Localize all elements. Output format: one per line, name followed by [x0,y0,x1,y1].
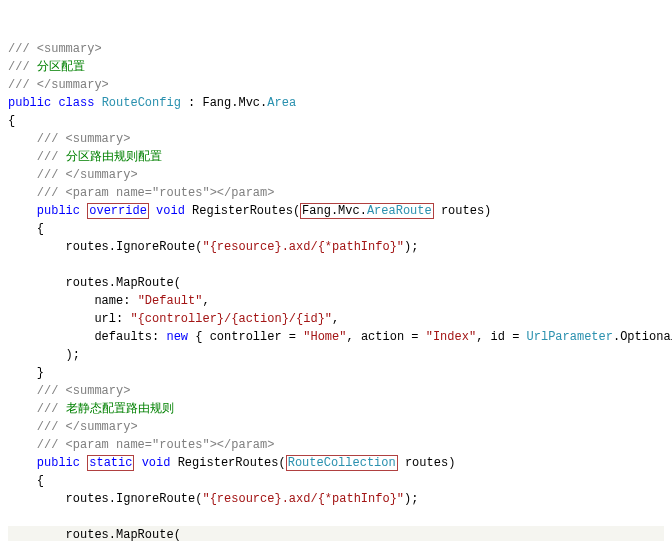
xml-doc-text: 分区配置 [37,60,85,74]
xml-doc: /// <summary> [8,132,130,146]
code-line: ); [8,348,80,362]
code-line: /// <summary> [8,384,130,398]
string: "{resource}.axd/{*pathInfo}" [202,240,404,254]
xml-doc: /// [8,60,37,74]
xml-doc: /// </summary> [8,420,138,434]
code-line: /// </summary> [8,420,138,434]
xml-doc: /// <summary> [8,42,102,56]
keyword-highlighted: static [87,455,134,471]
code-line: { [8,474,44,488]
code-line: } [8,366,44,380]
type-name: Area [267,96,296,110]
xml-doc: /// <summary> [8,384,130,398]
code-line: /// 老静态配置路由规则 [8,402,174,416]
code-line: /// <param name="routes"></param> [8,186,274,200]
string: "{resource}.axd/{*pathInfo}" [202,492,404,506]
string: "Index" [426,330,476,344]
code-line: url: "{controller}/{action}/{id}", [8,312,339,326]
xml-doc: /// <param name="routes"></param> [8,438,274,452]
code-line: { [8,114,15,128]
xml-doc-text: 分区路由规则配置 [66,150,162,164]
xml-doc: /// </summary> [8,78,109,92]
code-line: routes.MapRoute( [8,276,181,290]
keyword: public [8,96,51,110]
code-line: /// <summary> [8,42,102,56]
xml-doc-text: 老静态配置路由规则 [66,402,174,416]
code-line: /// <summary> [8,132,130,146]
keyword: class [58,96,94,110]
code-line: public override void RegisterRoutes(Fang… [8,203,491,219]
xml-doc: /// [8,402,66,416]
type-highlighted: RouteCollection [286,455,398,471]
keyword: public [37,204,80,218]
xml-doc: /// </summary> [8,168,138,182]
code-line: defaults: new { controller = "Home", act… [8,330,672,344]
code-line: /// 分区路由规则配置 [8,150,162,164]
type-name: RouteConfig [102,96,181,110]
code-line: /// </summary> [8,78,109,92]
code-line: /// </summary> [8,168,138,182]
code-line: public static void RegisterRoutes(RouteC… [8,455,455,471]
keyword: void [156,204,185,218]
string: "Home" [303,330,346,344]
string: "Default" [138,294,203,308]
code-line: /// 分区配置 [8,60,85,74]
type-highlighted: Fang.Mvc.AreaRoute [300,203,434,219]
keyword: void [142,456,171,470]
code-line: /// <param name="routes"></param> [8,438,274,452]
code-editor[interactable]: /// <summary> /// 分区配置 /// </summary> pu… [8,40,664,541]
code-line-highlighted: routes.MapRoute( [8,526,664,541]
code-line: { [8,222,44,236]
keyword: public [37,456,80,470]
keyword: new [166,330,188,344]
code-line: routes.IgnoreRoute("{resource}.axd/{*pat… [8,492,418,506]
keyword-highlighted: override [87,203,149,219]
code-line: routes.IgnoreRoute("{resource}.axd/{*pat… [8,240,418,254]
string: "{controller}/{action}/{id}" [130,312,332,326]
type-name: UrlParameter [527,330,613,344]
code-line: name: "Default", [8,294,210,308]
code-line: public class RouteConfig : Fang.Mvc.Area [8,96,296,110]
xml-doc: /// <param name="routes"></param> [8,186,274,200]
xml-doc: /// [8,150,66,164]
